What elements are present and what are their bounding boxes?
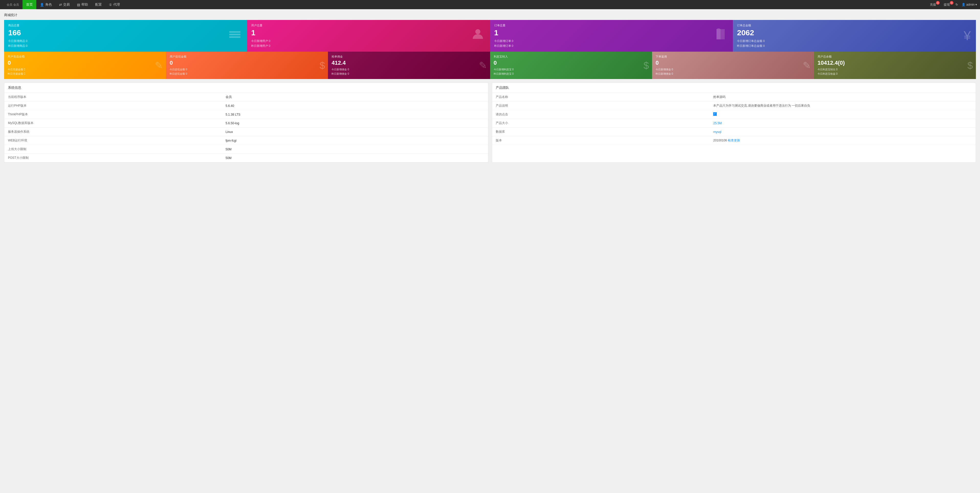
- refresh-icon: ↻: [955, 3, 958, 6]
- sys-row-label: ThinkPHP版本: [4, 110, 222, 119]
- user-silhouette-icon: [471, 27, 485, 45]
- product-row-value: [710, 110, 976, 119]
- return-sub: 今日新增佣金 0 昨日新增佣金 0: [655, 67, 810, 76]
- user-menu[interactable]: 👤 admin ▾: [962, 3, 977, 6]
- bottom-panels: 系统信息 当前程序版本会员运行PHP版本5.6.40ThinkPHP版本5.1.…: [4, 83, 976, 163]
- dollar-circle-icon: $: [320, 60, 325, 71]
- sys-row-label: POST大小限制: [4, 154, 222, 162]
- product-table: 产品名称抢单源码产品说明本产品只为学习测试交流,请勿要做商业或者用于违法行为 一…: [492, 93, 976, 145]
- product-row-label: 产品名称: [492, 93, 710, 102]
- product-row-label: 数据库: [492, 127, 710, 136]
- refresh-action[interactable]: ↻: [955, 3, 958, 6]
- balance-label: 用户总余额: [818, 55, 972, 59]
- withdraw-action[interactable]: 提现 0: [942, 3, 952, 7]
- system-info-row: ThinkPHP版本5.1.38 LTS: [4, 110, 488, 119]
- system-info-panel: 系统信息 当前程序版本会员运行PHP版本5.6.40ThinkPHP版本5.1.…: [4, 83, 488, 163]
- users-label: 用户总量: [251, 24, 486, 27]
- commission-sub1: 今日新增佣金 0: [331, 67, 486, 72]
- stat-card-amount: 订单总金额 2062 今日新增订单总金额 0 昨日新增订单总金额 0 ¥: [733, 20, 976, 52]
- sys-row-value: 会员: [222, 93, 488, 102]
- product-row-value: 抢单源码: [710, 93, 976, 102]
- nav-agent-label: 代理: [113, 2, 120, 7]
- system-info-row: 运行PHP版本5.6.40: [4, 102, 488, 110]
- svg-rect-1: [229, 34, 240, 35]
- return-sub1: 今日新增佣金 0: [655, 67, 810, 72]
- nav-transaction[interactable]: ⇄ 交易: [56, 0, 73, 9]
- checkbox-icon[interactable]: [713, 112, 717, 116]
- nav-config[interactable]: 配置: [92, 0, 105, 9]
- product-row: 数据库mysql: [492, 127, 976, 136]
- nav-brand: 会员 会员: [3, 0, 22, 9]
- sys-row-label: WEB运行环境: [4, 136, 222, 145]
- product-link[interactable]: 25.5M: [713, 121, 722, 125]
- stats-bottom: 用户充值金额 0 今日充值金额 0 昨日充值金额 0 ✎ 用户提现金额 0 今日…: [4, 52, 976, 79]
- users-sub2: 昨日新增用户 0: [251, 43, 486, 48]
- yen-icon: ¥: [964, 29, 971, 43]
- users-sub: 今日新增用户 0 昨日新增用户 0: [251, 39, 486, 48]
- nav-home-label: 首页: [26, 2, 33, 7]
- interest-sub: 今日新增利息宝 0 昨日新增利息宝 0: [494, 67, 649, 76]
- recharge-stat-label: 用户充值金额: [8, 55, 162, 59]
- sys-row-label: 上传大小限制: [4, 145, 222, 154]
- product-row-value: 本产品只为学习测试交流,请勿要做商业或者用于违法行为 一切后果自负: [710, 102, 976, 110]
- product-value: 抢单源码: [713, 95, 725, 99]
- navbar: 会员 会员 首页 👤 角色 ⇄ 交易 ▤ 帮助 配置 ① 代理 充值 0: [0, 0, 980, 9]
- product-team-title: 产品团队: [492, 83, 976, 93]
- recharge-card-icon: ✎: [155, 60, 163, 71]
- nav-help-label: 帮助: [81, 2, 88, 7]
- sys-row-value: 50M: [222, 145, 488, 154]
- stat-interest: 利息宝转入 0 今日新增利息宝 0 昨日新增利息宝 0 $: [490, 52, 652, 79]
- stat-card-orders: 订单总量 1 今日新增订单 0 昨日新增订单 0: [490, 20, 733, 52]
- amount-label: 订单总金额: [737, 24, 972, 27]
- system-info-row: WEB运行环境fpm-fcgi: [4, 136, 488, 145]
- sys-row-label: 当前程序版本: [4, 93, 222, 102]
- nav-agent[interactable]: ① 代理: [105, 0, 124, 9]
- product-row-value: 20100106 检查更新: [710, 136, 976, 145]
- product-row: 请勿点击: [492, 110, 976, 119]
- system-info-row: 上传大小限制50M: [4, 145, 488, 154]
- stat-return: 下单返佣 0 今日新增佣金 0 昨日新增佣金 0 ✎: [652, 52, 814, 79]
- return-value: 0: [655, 60, 810, 66]
- commission-card-icon: ✎: [479, 60, 487, 71]
- product-link[interactable]: mysql: [713, 130, 721, 134]
- balance-value: 10412.4(0): [818, 60, 972, 66]
- product-row: 产品说明本产品只为学习测试交流,请勿要做商业或者用于违法行为 一切后果自负: [492, 102, 976, 110]
- product-row: 产品大小25.5M: [492, 119, 976, 127]
- orders-sub2: 昨日新增订单 0: [494, 43, 729, 48]
- withdraw-label: 提现: [944, 3, 950, 7]
- recharge-action[interactable]: 充值 0: [928, 3, 938, 7]
- role-icon: 👤: [40, 3, 44, 6]
- sys-row-value: Linux: [222, 127, 488, 136]
- interest-label: 利息宝转入: [494, 55, 649, 59]
- orders-sub: 今日新增订单 0 昨日新增订单 0: [494, 39, 729, 48]
- sys-row-value: 5.6.40: [222, 102, 488, 110]
- sys-row-value: 5.6.50-log: [222, 119, 488, 127]
- check-update-link[interactable]: 检查更新: [728, 138, 740, 142]
- orders-value: 1: [494, 29, 729, 37]
- sys-row-label: 服务器操作系统: [4, 127, 222, 136]
- withdraw-stat-label: 用户提现金额: [170, 55, 325, 59]
- sys-row-value: 5.1.38 LTS: [222, 110, 488, 119]
- sys-row-value: fpm-fcgi: [222, 136, 488, 145]
- recharge-sub1: 今日充值金额 0: [8, 67, 162, 72]
- agent-circle-icon: ①: [109, 3, 112, 6]
- stat-card-goods: 商品总量 166 今日新增商品 0 昨日新增商品 0: [4, 20, 247, 52]
- transaction-icon: ⇄: [59, 3, 62, 6]
- withdraw-sub2: 昨日提现金额 0: [170, 72, 325, 76]
- goods-sub2: 昨日新增商品 0: [8, 43, 243, 48]
- help-icon: ▤: [77, 3, 80, 6]
- product-row: 版本20100106 检查更新: [492, 136, 976, 145]
- balance-card-icon: $: [967, 60, 973, 71]
- nav-home[interactable]: 首页: [22, 0, 36, 9]
- return-sub2: 昨日新增佣金 0: [655, 72, 810, 76]
- return-card-icon: ✎: [803, 60, 811, 71]
- interest-card-icon: $: [644, 60, 649, 71]
- svg-point-3: [475, 29, 480, 34]
- svg-rect-0: [229, 31, 240, 33]
- system-info-row: 当前程序版本会员: [4, 93, 488, 102]
- nav-role[interactable]: 👤 角色: [36, 0, 56, 9]
- orders-label: 订单总量: [494, 24, 729, 27]
- amount-sub2: 昨日新增订单总金额 0: [737, 43, 972, 48]
- stat-card-users: 用户总量 1 今日新增用户 0 昨日新增用户 0: [247, 20, 490, 52]
- nav-help[interactable]: ▤ 帮助: [73, 0, 92, 9]
